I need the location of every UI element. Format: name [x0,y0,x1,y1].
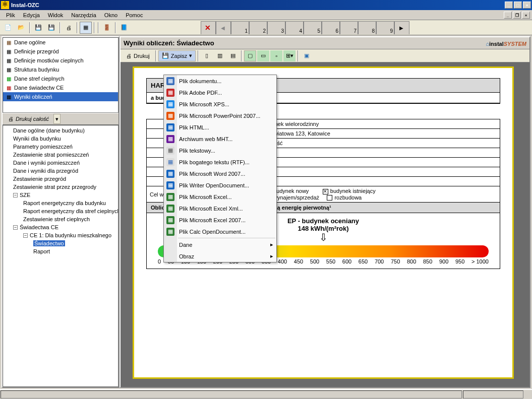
save-menu-item[interactable]: Obraz▸ [164,250,276,262]
menu-widok[interactable]: Widok [44,11,68,19]
save-icon[interactable]: 💾 [32,22,44,34]
tab-6[interactable]: 6 [322,21,340,34]
save-menu-item[interactable]: Dane▸ [164,239,276,250]
save-menu-item[interactable]: ▦Plik Microsoft Excel Xml... [164,203,276,214]
save-menu-item[interactable]: ▦Plik Writer OpenDocument... [164,179,276,191]
nav-label: Dane stref cieplnych [14,76,65,82]
nav-item[interactable]: ▦Struktura budynku [3,65,118,74]
help-icon[interactable]: 📘 [118,22,130,34]
menu-item-label: Plik Microsoft Excel 2007... [179,217,246,223]
tree-item[interactable]: −CE 1: Dla budynku mieszkalnego [4,231,117,239]
save-menu-item[interactable]: ▦Plik Calc OpenDocument... [164,226,276,237]
tab-1[interactable]: 1 [231,21,249,34]
tab-2[interactable]: 2 [249,21,267,34]
save-menu-item[interactable]: ▦Plik Microsoft Excel... [164,191,276,203]
save-menu-item[interactable]: ▦Plik dokumentu... [164,75,276,87]
tab-strip: ✕ ◀ 1 2 3 4 5 6 7 8 9 ▶ [201,21,409,34]
menu-edycja[interactable]: Edycja [19,11,44,19]
window-title: Instal-OZC [11,2,505,8]
tree-item[interactable]: Świadectwo [4,239,117,247]
tab-close-icon[interactable]: ✕ [201,21,216,34]
expand-icon[interactable]: − [23,233,28,238]
open-file-icon[interactable]: 📂 [15,22,27,34]
expand-icon[interactable]: − [13,225,18,230]
nav-icon: ▦ [5,93,12,100]
tab-next-icon[interactable]: ▶ [394,21,409,34]
scale-tick: 600 [342,258,351,264]
save-menu-item[interactable]: ▦Plik tekstowy... [164,145,276,156]
nav-item[interactable]: ▦Definicje przegród [3,47,118,56]
mdi-close-button[interactable]: × [522,12,530,19]
view-multi-icon[interactable]: ▤ [227,50,239,61]
print-all-button[interactable]: 🖨 Drukuj całość [5,114,52,124]
save-button[interactable]: 💾 Zapisz ▾ [158,50,196,61]
expand-icon[interactable]: − [13,193,18,197]
zoom-100-icon[interactable]: ▫ [270,50,282,61]
tab-8[interactable]: 8 [358,21,376,34]
nav-item[interactable]: ▦Wyniki obliczeń [3,92,118,101]
zoom-width-icon[interactable]: ▭ [257,50,269,61]
zoom-page-icon[interactable]: ▢ [244,50,256,61]
tree-item[interactable]: Zestawienie przegród [4,175,117,183]
tree-label: Zestawienie strat przez przegrody [13,184,96,190]
tree-item[interactable]: Dane ogólne (dane budynku) [4,126,117,135]
tree-item[interactable]: Zestawienie strat przez przegrody [4,183,117,191]
print-icon[interactable]: 🖨 [63,22,75,34]
fullscreen-icon[interactable]: ▣ [301,50,313,61]
save-menu-item[interactable]: ▦Plik bogatego tekstu (RTF)... [164,156,276,168]
tab-4[interactable]: 4 [285,21,304,34]
scale-tick: 0 [158,258,161,264]
scale-tick: > 1000 [471,258,489,264]
save-menu-item[interactable]: ▦Plik Adobe PDF... [164,87,276,98]
view-continuous-icon[interactable]: ▥ [214,50,226,61]
nav-item[interactable]: ▦Dane ogólne [3,38,118,47]
nav-categories: ▦Dane ogólne▦Definicje przegród▦Definicj… [3,37,119,113]
tree-item[interactable]: −SZE [4,191,117,199]
exit-icon[interactable]: 🚪 [101,22,113,34]
mdi-restore-button[interactable]: ❐ [513,12,521,19]
chk-existing: ✕ [323,189,328,194]
tree-item[interactable]: Wyniki dla budynku [4,135,117,143]
close-button[interactable]: × [523,2,531,9]
minimize-button[interactable]: _ [505,2,513,9]
menu-plik[interactable]: Plik [2,11,19,19]
new-file-icon[interactable]: 📄 [2,22,14,34]
tab-5[interactable]: 5 [304,21,322,34]
tree-item[interactable]: −Świadectwa CE [4,223,117,231]
nav-item[interactable]: ▦Dane świadectw CE [3,83,118,92]
tree-item[interactable]: Zestawienie strat pomieszczeń [4,151,117,159]
tab-prev-icon[interactable]: ◀ [216,21,231,34]
tab-3[interactable]: 3 [267,21,285,34]
tree-item[interactable]: Raport energetyczny dla stref cieplnych [4,207,117,215]
nav-item[interactable]: ▦Definicje mostków cieplnych [3,56,118,65]
tree-item[interactable]: Zestawienie stref cieplnych [4,215,117,223]
save-menu-item[interactable]: ▦Plik Microsoft Excel 2007... [164,214,276,226]
tree-item[interactable]: Dane i wyniki dla przegród [4,167,117,175]
tree-item[interactable]: Raport energetyczny dla budynku [4,199,117,207]
print-button[interactable]: 🖨 Drukuj [123,50,153,61]
calc-icon[interactable]: ▦ [80,22,92,34]
save-menu-item[interactable]: ▦Plik Microsoft PowerPoint 2007... [164,110,276,121]
tab-7[interactable]: 7 [340,21,358,34]
mdi-minimize-button[interactable]: _ [504,12,512,19]
tree-item[interactable]: Parametry pomieszczeń [4,143,117,151]
nav-label: Definicje mostków cieplnych [14,57,84,63]
save-menu-item[interactable]: ▦Plik Microsoft XPS... [164,98,276,110]
menu-pomoc[interactable]: Pomoc [122,11,147,19]
tree-label: SZE [20,192,30,198]
save-menu-item[interactable]: ▦Plik HTML... [164,121,276,133]
tab-9[interactable]: 9 [376,21,394,34]
save-menu-item[interactable]: ▦Archiwum web MHT... [164,133,276,145]
save-menu-item[interactable]: ▦Plik Microsoft Word 2007... [164,168,276,179]
view-single-icon[interactable]: ▯ [201,50,213,61]
maximize-button[interactable]: □ [514,2,522,9]
tree-item[interactable]: Raport [4,247,117,255]
print-dropdown-icon[interactable]: ▾ [53,114,61,124]
tree-item[interactable]: Dane i wyniki pomieszczeń [4,159,117,167]
save-all-icon[interactable]: 💾 [45,22,57,34]
nav-item[interactable]: ▦Dane stref cieplnych [3,74,118,83]
menu-okno[interactable]: Okno [100,11,122,19]
menu-narzedzia[interactable]: Narzędzia [67,11,100,19]
zoom-custom-icon[interactable]: ⊞▾ [283,50,295,61]
left-panel: ▦Dane ogólne▦Definicje przegród▦Definicj… [2,36,120,388]
